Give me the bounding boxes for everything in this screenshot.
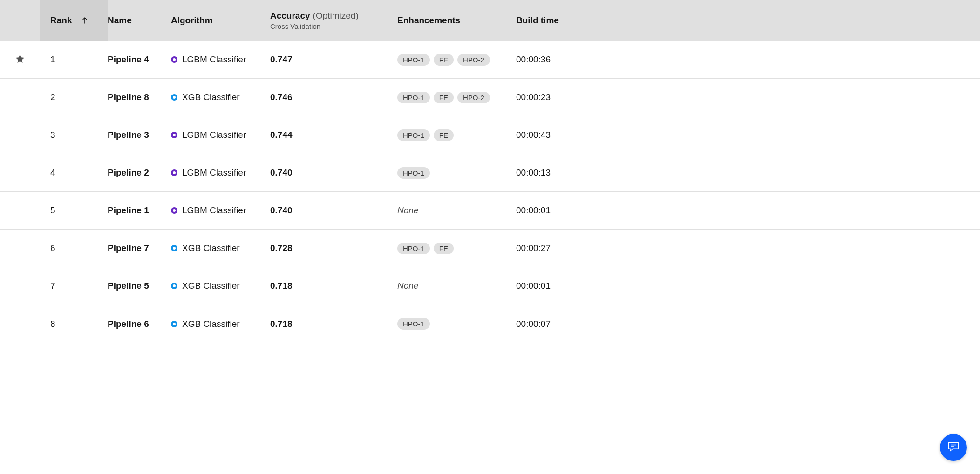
leaderboard-rows: 1Pipeline 4LGBM Classifier0.747HPO-1FEHP… xyxy=(0,41,980,343)
enhancement-tags: HPO-1 xyxy=(397,318,430,330)
rank-cell: 5 xyxy=(40,205,108,216)
table-row[interactable]: 7Pipeline 5XGB Classifier0.718None00:00:… xyxy=(0,267,980,305)
header-name-label: Name xyxy=(108,15,132,26)
accuracy-cell: 0.740 xyxy=(270,205,397,216)
header-accuracy-sub: Cross Validation xyxy=(270,22,359,30)
pipeline-name[interactable]: Pipeline 5 xyxy=(108,281,171,291)
accuracy-cell: 0.744 xyxy=(270,130,397,140)
enhancement-tags: HPO-1FE xyxy=(397,129,454,141)
algorithm-dot-icon xyxy=(171,94,177,101)
build-time-cell: 00:00:01 xyxy=(516,205,980,216)
sort-asc-icon xyxy=(80,16,89,25)
rank-cell: 1 xyxy=(40,54,108,65)
table-row[interactable]: 8Pipeline 6XGB Classifier0.718HPO-100:00… xyxy=(0,305,980,343)
rank-cell: 2 xyxy=(40,92,108,102)
algorithm-dot-icon xyxy=(171,56,177,63)
algorithm-cell: XGB Classifier xyxy=(171,281,270,291)
accuracy-cell: 0.747 xyxy=(270,54,397,65)
enhancement-tag: HPO-2 xyxy=(457,92,490,103)
accuracy-cell: 0.728 xyxy=(270,243,397,253)
algorithm-cell: XGB Classifier xyxy=(171,319,270,329)
pipeline-name[interactable]: Pipeline 4 xyxy=(108,54,171,65)
algorithm-cell: LGBM Classifier xyxy=(171,205,270,216)
build-time-cell: 00:00:13 xyxy=(516,168,980,178)
enhancements-none: None xyxy=(397,205,418,216)
build-time-cell: 00:00:07 xyxy=(516,319,980,329)
build-time-cell: 00:00:27 xyxy=(516,243,980,253)
accuracy-cell: 0.740 xyxy=(270,168,397,178)
enhancement-tag: FE xyxy=(434,54,454,66)
algorithm-dot-icon xyxy=(171,132,177,138)
header-accuracy-metric: Accuracy xyxy=(270,11,310,21)
algorithm-dot-icon xyxy=(171,321,177,327)
enhancement-tags: HPO-1FE xyxy=(397,243,454,254)
enhancement-tag: FE xyxy=(434,92,454,103)
algorithm-label: XGB Classifier xyxy=(182,319,240,329)
enhancements-cell: HPO-1 xyxy=(397,318,516,330)
algorithm-dot-icon xyxy=(171,169,177,176)
table-row[interactable]: 5Pipeline 1LGBM Classifier0.740None00:00… xyxy=(0,192,980,230)
header-enhancements-label: Enhancements xyxy=(397,15,460,26)
pipeline-name[interactable]: Pipeline 7 xyxy=(108,243,171,253)
rank-cell: 4 xyxy=(40,168,108,178)
pipeline-name[interactable]: Pipeline 6 xyxy=(108,319,171,329)
enhancements-cell: HPO-1 xyxy=(397,167,516,179)
accuracy-cell: 0.746 xyxy=(270,92,397,102)
enhancement-tag: FE xyxy=(434,243,454,254)
enhancement-tags: HPO-1 xyxy=(397,167,430,179)
rank-cell: 3 xyxy=(40,130,108,140)
enhancement-tag: FE xyxy=(434,129,454,141)
pipeline-name[interactable]: Pipeline 1 xyxy=(108,205,171,216)
enhancement-tag: HPO-1 xyxy=(397,243,430,254)
table-row[interactable]: 3Pipeline 3LGBM Classifier0.744HPO-1FE00… xyxy=(0,116,980,154)
algorithm-dot-icon xyxy=(171,283,177,289)
accuracy-cell: 0.718 xyxy=(270,281,397,291)
algorithm-cell: LGBM Classifier xyxy=(171,54,270,65)
enhancement-tag: HPO-1 xyxy=(397,129,430,141)
header-algorithm-label: Algorithm xyxy=(171,15,213,26)
table-row[interactable]: 1Pipeline 4LGBM Classifier0.747HPO-1FEHP… xyxy=(0,41,980,79)
algorithm-dot-icon xyxy=(171,207,177,214)
rank-cell: 7 xyxy=(40,281,108,291)
header-name[interactable]: Name xyxy=(108,15,171,26)
enhancement-tag: HPO-1 xyxy=(397,54,430,66)
header-enhancements[interactable]: Enhancements xyxy=(397,15,516,26)
build-time-cell: 00:00:23 xyxy=(516,92,980,102)
build-time-cell: 00:00:36 xyxy=(516,54,980,65)
pipeline-name[interactable]: Pipeline 8 xyxy=(108,92,171,102)
table-row[interactable]: 6Pipeline 7XGB Classifier0.728HPO-1FE00:… xyxy=(0,230,980,267)
header-accuracy[interactable]: Accuracy (Optimized) Cross Validation xyxy=(270,11,397,30)
star-cell[interactable] xyxy=(0,54,40,66)
enhancements-none: None xyxy=(397,281,418,291)
table-row[interactable]: 4Pipeline 2LGBM Classifier0.740HPO-100:0… xyxy=(0,154,980,192)
enhancement-tags: HPO-1FEHPO-2 xyxy=(397,54,490,66)
algorithm-cell: LGBM Classifier xyxy=(171,130,270,140)
algorithm-dot-icon xyxy=(171,245,177,251)
algorithm-label: LGBM Classifier xyxy=(182,205,246,216)
enhancement-tag: HPO-1 xyxy=(397,318,430,330)
enhancement-tag: HPO-2 xyxy=(457,54,490,66)
header-algorithm[interactable]: Algorithm xyxy=(171,15,270,26)
build-time-cell: 00:00:01 xyxy=(516,281,980,291)
enhancements-cell: None xyxy=(397,205,516,216)
algorithm-label: LGBM Classifier xyxy=(182,168,246,178)
algorithm-label: XGB Classifier xyxy=(182,92,240,102)
leaderboard-header: Rank Name Algorithm Accuracy (Optimized)… xyxy=(0,0,980,41)
algorithm-label: LGBM Classifier xyxy=(182,54,246,65)
rank-cell: 8 xyxy=(40,319,108,329)
header-accuracy-optimized: (Optimized) xyxy=(313,11,359,21)
enhancement-tag: HPO-1 xyxy=(397,92,430,103)
enhancements-cell: None xyxy=(397,281,516,291)
pipeline-name[interactable]: Pipeline 3 xyxy=(108,130,171,140)
header-rank-label: Rank xyxy=(50,15,72,26)
header-build-time[interactable]: Build time xyxy=(516,15,980,26)
algorithm-cell: XGB Classifier xyxy=(171,243,270,253)
table-row[interactable]: 2Pipeline 8XGB Classifier0.746HPO-1FEHPO… xyxy=(0,79,980,116)
build-time-cell: 00:00:43 xyxy=(516,130,980,140)
star-icon xyxy=(15,54,25,66)
algorithm-label: XGB Classifier xyxy=(182,281,240,291)
pipeline-name[interactable]: Pipeline 2 xyxy=(108,168,171,178)
algorithm-label: XGB Classifier xyxy=(182,243,240,253)
header-rank[interactable]: Rank xyxy=(40,0,108,41)
algorithm-cell: XGB Classifier xyxy=(171,92,270,102)
